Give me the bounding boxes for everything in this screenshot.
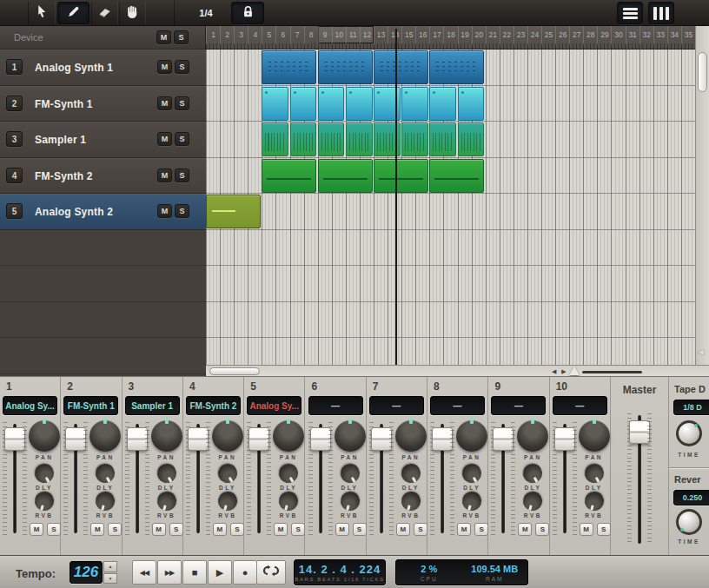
- zoom-slider[interactable]: [582, 371, 642, 373]
- reverb-send-knob[interactable]: [399, 490, 422, 513]
- channel-solo-button[interactable]: S: [414, 523, 427, 536]
- fader-thumb[interactable]: [371, 427, 392, 451]
- clip[interactable]: [458, 87, 485, 121]
- delay-send-knob[interactable]: [275, 460, 301, 486]
- ruler-bar[interactable]: 17: [429, 26, 443, 44]
- track-mute-button[interactable]: M: [157, 168, 172, 182]
- channel-mute-button[interactable]: M: [457, 523, 471, 536]
- channel-name-display[interactable]: FM-Synth 1: [63, 396, 118, 415]
- scroll-left-arrow-icon[interactable]: ◀: [698, 347, 704, 356]
- snap-value-dropdown[interactable]: 1/4: [174, 0, 238, 26]
- header-mute-button[interactable]: M: [156, 30, 171, 44]
- pan-knob[interactable]: [151, 420, 182, 452]
- empty-track-row[interactable]: [0, 266, 206, 302]
- clip[interactable]: [401, 87, 428, 121]
- pan-knob[interactable]: [89, 420, 121, 452]
- delay-send-knob[interactable]: [154, 460, 180, 486]
- channel-solo-button[interactable]: S: [47, 523, 61, 536]
- channel-solo-button[interactable]: S: [169, 523, 183, 536]
- channel-solo-button[interactable]: S: [230, 523, 244, 536]
- ruler-bar[interactable]: 21: [486, 26, 500, 44]
- clip[interactable]: [374, 50, 428, 84]
- pan-knob[interactable]: [517, 420, 548, 452]
- ruler-bar[interactable]: 19: [458, 26, 472, 44]
- track-row[interactable]: 1Analog Synth 1MS: [0, 50, 206, 86]
- clip[interactable]: [429, 50, 484, 84]
- volume-fader[interactable]: [124, 422, 150, 535]
- channel-solo-button[interactable]: S: [597, 523, 611, 536]
- pencil-tool-button[interactable]: [57, 2, 89, 24]
- tempo-display[interactable]: 126: [70, 561, 103, 584]
- channel-solo-button[interactable]: S: [474, 523, 488, 536]
- volume-fader[interactable]: [185, 422, 211, 535]
- reverb-value-display[interactable]: 0.250: [673, 490, 709, 505]
- volume-fader[interactable]: [490, 422, 516, 535]
- ruler-bar[interactable]: 10: [332, 26, 346, 44]
- reverb-send-knob[interactable]: [155, 490, 178, 513]
- volume-fader[interactable]: [63, 422, 89, 535]
- delay-send-knob[interactable]: [581, 460, 607, 486]
- clip[interactable]: [262, 87, 288, 121]
- play-button[interactable]: ▶: [208, 560, 232, 585]
- clip[interactable]: [262, 122, 288, 156]
- clip[interactable]: [429, 87, 456, 121]
- fader-thumb[interactable]: [4, 427, 25, 451]
- tape-delay-time-knob[interactable]: [676, 420, 702, 446]
- ruler-bar[interactable]: 34: [667, 26, 681, 44]
- channel-mute-button[interactable]: M: [213, 523, 227, 536]
- tempo-up-button[interactable]: ▲: [103, 561, 117, 572]
- track-solo-button[interactable]: S: [175, 168, 189, 182]
- delay-send-knob[interactable]: [336, 460, 362, 486]
- ruler-bar[interactable]: 24: [527, 26, 541, 44]
- track-solo-button[interactable]: S: [175, 96, 189, 110]
- pan-knob[interactable]: [395, 420, 427, 452]
- playhead[interactable]: [395, 29, 397, 365]
- clip[interactable]: [346, 87, 373, 121]
- channel-solo-button[interactable]: S: [535, 523, 549, 536]
- arrange-view-button[interactable]: [617, 2, 643, 24]
- fader-thumb[interactable]: [493, 427, 514, 451]
- volume-fader[interactable]: [308, 422, 334, 535]
- pan-knob[interactable]: [273, 420, 304, 452]
- track-row[interactable]: 2FM-Synth 1MS: [0, 86, 206, 122]
- volume-fader[interactable]: [552, 422, 578, 535]
- arrange-grid[interactable]: [206, 50, 695, 365]
- clip[interactable]: [290, 122, 317, 156]
- channel-mute-button[interactable]: M: [90, 523, 104, 536]
- timeline-ruler[interactable]: 1234567891011121314151617181920212223242…: [206, 26, 695, 50]
- ruler-bar[interactable]: 18: [443, 26, 457, 44]
- snap-lock-button[interactable]: [231, 2, 264, 24]
- fader-thumb[interactable]: [188, 427, 209, 451]
- reverb-send-knob[interactable]: [461, 490, 484, 513]
- ruler-bar[interactable]: 11: [346, 26, 360, 44]
- channel-mute-button[interactable]: M: [396, 523, 410, 536]
- clip[interactable]: [262, 159, 316, 193]
- delay-send-knob[interactable]: [459, 460, 485, 486]
- pan-knob[interactable]: [335, 420, 366, 452]
- tape-delay-value-display[interactable]: 1/8 D: [673, 400, 709, 415]
- track-mute-button[interactable]: M: [157, 96, 172, 110]
- ruler-bar[interactable]: 25: [541, 26, 555, 44]
- volume-fader[interactable]: [368, 422, 394, 535]
- ruler-bar[interactable]: 3: [234, 26, 248, 44]
- reverb-send-knob[interactable]: [582, 490, 606, 513]
- channel-mute-button[interactable]: M: [580, 523, 593, 536]
- fader-thumb[interactable]: [310, 427, 331, 451]
- ruler-bar[interactable]: 22: [500, 26, 514, 44]
- channel-name-display[interactable]: —: [430, 396, 485, 415]
- channel-name-display[interactable]: —: [491, 396, 546, 415]
- delay-send-knob[interactable]: [520, 460, 546, 486]
- ruler-bar[interactable]: 15: [401, 26, 415, 44]
- clip[interactable]: [429, 122, 456, 156]
- empty-track-row[interactable]: [0, 302, 206, 339]
- fader-thumb[interactable]: [65, 427, 86, 451]
- channel-name-display[interactable]: Analog Sy...: [247, 396, 301, 415]
- reverb-send-knob[interactable]: [521, 490, 545, 513]
- channel-name-display[interactable]: FM-Synth 2: [186, 396, 241, 415]
- fader-thumb[interactable]: [127, 427, 148, 451]
- clip[interactable]: [318, 50, 373, 84]
- clip[interactable]: [318, 87, 345, 121]
- vertical-scrollbar[interactable]: ◀: [695, 26, 709, 365]
- track-mute-button[interactable]: M: [157, 204, 172, 218]
- pan-knob[interactable]: [456, 420, 487, 452]
